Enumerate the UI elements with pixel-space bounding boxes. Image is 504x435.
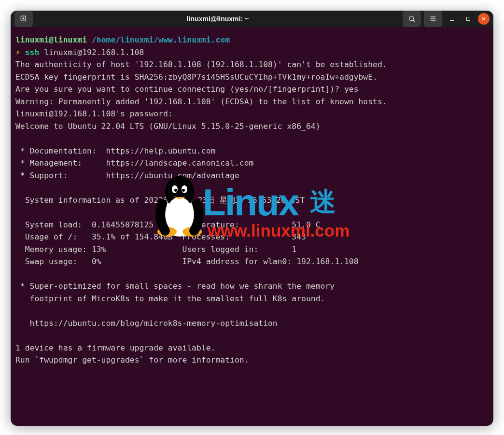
output-line: * Super-optimized for small spaces - rea… [15, 281, 335, 291]
output-line: Are you sure you want to continue connec… [15, 84, 359, 94]
output-line [15, 208, 20, 217]
prompt-user: linuxmi@linuxmi [15, 35, 87, 44]
svg-point-1 [409, 16, 414, 21]
prompt-path: /home/linuxmi/www.linuxmi.com [92, 35, 230, 44]
output-line [15, 183, 20, 192]
output-line: Run `fwupdmgr get-upgrades` for more inf… [15, 355, 249, 365]
output-line: https://ubuntu.com/blog/microk8s-memory-… [15, 319, 278, 328]
terminal-window: linuxmi@linuxmi: ~ [11, 11, 493, 426]
output-line: footprint of MicroK8s to make it the sma… [15, 294, 325, 303]
output-line: * Documentation: https://help.ubuntu.com [15, 146, 215, 155]
svg-point-6 [172, 185, 178, 193]
output-line [15, 331, 20, 340]
output-line [15, 269, 20, 279]
output-line [15, 134, 20, 143]
output-line: System information as of 2022年 08月 23日 星… [15, 196, 305, 205]
svg-point-7 [182, 185, 187, 193]
minimize-button[interactable] [445, 12, 459, 26]
output-line: System load: 0.16455078125 Temperature: … [15, 220, 321, 229]
output-line: Warning: Permanently added '192.168.1.10… [15, 97, 387, 106]
output-line: 1 device has a firmware upgrade availabl… [15, 343, 215, 352]
output-line: The authenticity of host '192.168.1.108 … [15, 60, 387, 69]
svg-point-3 [159, 200, 200, 237]
output-line: Swap usage: 0% IPv4 address for wlan0: 1… [15, 257, 359, 266]
maximize-button[interactable] [462, 12, 475, 26]
watermark-suffix: 迷 [310, 187, 336, 216]
titlebar: linuxmi@linuxmi: ~ [11, 11, 493, 27]
search-button[interactable] [403, 11, 421, 27]
output-line: * Support: https://ubuntu.com/advantage [15, 171, 239, 180]
output-line: Welcome to Ubuntu 22.04 LTS (GNU/Linux 5… [15, 122, 321, 131]
close-button[interactable] [478, 13, 490, 25]
svg-point-8 [174, 189, 177, 192]
command: ssh [25, 48, 40, 57]
command-args: linuxmi@192.168.1.108 [44, 48, 144, 57]
output-line: Memory usage: 13% Users logged in: 1 [15, 245, 296, 254]
terminal-body[interactable]: linuxmi@linuxmi /home/linuxmi/www.linuxm… [11, 27, 493, 426]
output-line [15, 306, 20, 315]
output-line: ECDSA key fingerprint is SHA256:zbyQ8P7s… [15, 72, 378, 82]
lightning-icon: ⚡ [15, 48, 20, 57]
menu-button[interactable] [424, 11, 442, 27]
window-title: linuxmi@linuxmi: ~ [37, 15, 399, 23]
svg-point-9 [182, 189, 185, 192]
output-line: linuxmi@192.168.1.108's password: [15, 109, 173, 118]
output-line: Usage of /: 35.1% of 154.84GB Processes:… [15, 232, 306, 241]
svg-rect-2 [467, 17, 470, 21]
output-line: * Management: https://landscape.canonica… [15, 158, 253, 168]
new-tab-button[interactable] [14, 11, 33, 27]
